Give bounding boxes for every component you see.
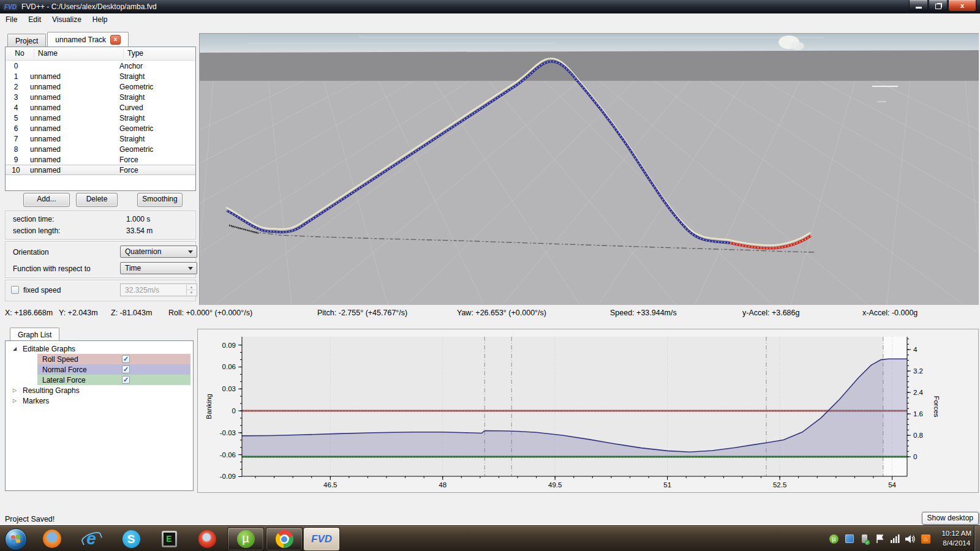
clock[interactable]: 10:12 AM 8/4/2014 [941, 528, 971, 548]
graph-name-label: Lateral Force [42, 376, 86, 384]
taskbar-icon-opera[interactable] [197, 529, 217, 549]
taskbar-icon-internet-explorer[interactable]: e [81, 529, 101, 549]
menu-visualize[interactable]: Visualize [47, 14, 87, 25]
cell-type: Geometric [116, 83, 195, 91]
tab-unnamed-track[interactable]: unnamed Track x [47, 32, 129, 47]
banking-axis-label: Banking [205, 394, 213, 419]
tree-item-normal-force[interactable]: Normal Force✓ [6, 364, 193, 375]
x-tick-label: 51 [663, 481, 671, 489]
table-row[interactable]: 10unnamedForce [6, 165, 195, 175]
minimize-button[interactable] [909, 0, 928, 12]
column-header-no[interactable]: No [6, 49, 34, 58]
tab-project[interactable]: Project [7, 34, 46, 47]
tray-icon-usb-device[interactable]: ✓ [859, 534, 870, 544]
column-header-name[interactable]: Name [34, 49, 124, 58]
close-button[interactable]: x [948, 0, 976, 12]
menu-help[interactable]: Help [87, 14, 113, 25]
taskbar-button-fvd[interactable]: FVD [303, 527, 340, 551]
tree-item-markers[interactable]: ▷Markers [6, 395, 193, 406]
tab-close-icon[interactable]: x [110, 35, 121, 45]
fixed-speed-input[interactable]: 32.325m/s ▲▼ [120, 283, 197, 296]
smoothing-button[interactable]: Smoothing [137, 193, 183, 207]
graph-visible-checkbox[interactable]: ✓ [122, 365, 130, 373]
table-row[interactable]: 3unnamedStraight [6, 92, 195, 102]
start-button[interactable] [5, 528, 27, 550]
table-row[interactable]: 9unnamedForce [6, 154, 195, 165]
cell-name: unnamed [26, 135, 116, 143]
spinner-arrows[interactable]: ▲▼ [186, 285, 196, 295]
tray-icon-notification-flag[interactable] [875, 534, 885, 544]
x-tick-label: 54 [888, 481, 896, 489]
telemetry-y: Y: +2.043m [59, 309, 98, 317]
table-row[interactable]: 8unnamedGeometric [6, 144, 195, 154]
forces-tick-label: 3.2 [913, 367, 923, 375]
taskbar-icon-firefox[interactable] [42, 529, 62, 549]
cell-no: 3 [6, 93, 26, 102]
tree-item-resulting-graphs[interactable]: ▷Resulting Graphs [6, 385, 193, 395]
cloud-streak [359, 36, 824, 39]
function-select[interactable]: Time [120, 262, 197, 274]
tree-item-lateral-force[interactable]: Lateral Force✓ [6, 375, 193, 385]
fixed-speed-box: fixed speed 32.325m/s ▲▼ [5, 280, 196, 301]
table-row[interactable]: 7unnamedStraight [6, 133, 195, 144]
expand-closed-icon[interactable]: ▷ [10, 388, 19, 393]
forces-tick-label: 2.4 [913, 389, 924, 396]
fixed-speed-label: fixed speed [23, 286, 61, 294]
taskbar-icon-console[interactable]: E [159, 529, 179, 549]
telemetry-yaw: Yaw: +26.653° (+0.000°/s) [457, 309, 546, 317]
viewport-3d[interactable] [199, 33, 979, 305]
show-desktop-button[interactable] [974, 526, 980, 551]
table-row[interactable]: 4unnamedCurved [6, 102, 195, 113]
table-row[interactable]: 0Anchor [6, 61, 195, 71]
cell-name: unnamed [26, 83, 116, 91]
tree-group-label: Resulting Graphs [23, 386, 80, 395]
table-row[interactable]: 1unnamedStraight [6, 71, 195, 81]
table-row[interactable]: 5unnamedStraight [6, 113, 195, 123]
graph-list-panel: ◢Editable GraphsRoll Speed✓Normal Force✓… [5, 340, 194, 491]
graph-visible-checkbox[interactable]: ✓ [122, 376, 130, 384]
tree-item-roll-speed[interactable]: Roll Speed✓ [6, 354, 193, 364]
table-row[interactable]: 6unnamedGeometric [6, 123, 195, 133]
graph-name-label: Normal Force [42, 365, 87, 374]
cell-name: unnamed [26, 124, 116, 133]
cell-no: 4 [6, 103, 26, 112]
tab-track-label: unnamed Track [55, 36, 106, 44]
chevron-down-icon [188, 250, 193, 253]
graph-list-tab-label: Graph List [18, 331, 51, 339]
tree-item-editable-graphs[interactable]: ◢Editable Graphs [6, 343, 193, 354]
tray-icon-utorrent-mini[interactable]: µ [829, 534, 839, 544]
taskbar-button-utorrent[interactable]: µ [227, 527, 264, 551]
cell-type: Straight [116, 114, 195, 122]
delete-button[interactable]: Delete [76, 193, 118, 207]
menu-edit[interactable]: Edit [23, 14, 47, 25]
banking-tick-label: 0.09 [222, 342, 236, 349]
expand-open-icon[interactable]: ◢ [10, 346, 19, 351]
tray-icon-network-signal[interactable] [890, 534, 900, 544]
banking-tick-label: 0.06 [222, 363, 236, 370]
telemetry-x: X: +186.668m [5, 309, 53, 317]
cell-type: Force [116, 156, 195, 164]
add-button[interactable]: Add... [23, 193, 70, 207]
column-header-type[interactable]: Type [124, 49, 195, 58]
forces-tick-label: 0 [913, 453, 917, 460]
restore-button[interactable] [929, 0, 948, 12]
orientation-select[interactable]: Quaternion [120, 246, 197, 258]
taskbar-icon-skype[interactable]: S [121, 529, 141, 549]
tray-icon-java[interactable]: ♨ [921, 534, 931, 544]
cloud-puff [791, 42, 804, 50]
graph-panel[interactable]: 0.090.060.030-0.03-0.06-0.0943.22.41.60.… [197, 329, 979, 493]
tray-icon-action-center[interactable] [844, 534, 854, 544]
x-tick-label: 49.5 [548, 481, 562, 489]
fixed-speed-checkbox[interactable] [11, 286, 19, 294]
tray-icon-volume[interactable] [905, 534, 916, 544]
menu-file[interactable]: File [0, 14, 23, 25]
taskbar-button-chrome[interactable] [266, 527, 303, 551]
graph-visible-checkbox[interactable]: ✓ [122, 355, 130, 363]
table-row[interactable]: 2unnamedGeometric [6, 81, 195, 92]
track-tab-bar: Project unnamed Track x [7, 32, 130, 47]
telemetry-speed: Speed: +33.944m/s [610, 309, 677, 317]
cell-type: Geometric [116, 124, 195, 133]
graph-list-tab[interactable]: Graph List [10, 328, 61, 341]
expand-closed-icon[interactable]: ▷ [10, 398, 19, 403]
banking-tick-label: -0.03 [220, 429, 236, 437]
